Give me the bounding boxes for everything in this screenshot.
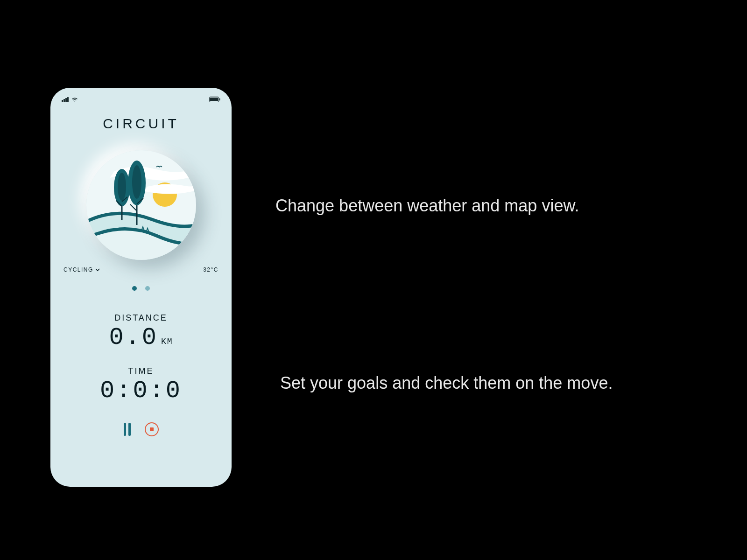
activity-select[interactable]: CYCLING	[63, 266, 100, 273]
distance-unit: KM	[161, 337, 173, 346]
svg-rect-1	[210, 98, 218, 101]
time-value: 0:0:0	[59, 377, 223, 405]
caption-goals: Set your goals and check them on the mov…	[280, 373, 613, 393]
svg-point-13	[132, 165, 141, 199]
time-label: TIME	[59, 366, 223, 376]
signal-icon	[62, 97, 69, 102]
temperature-readout: 32°C	[203, 266, 218, 273]
page-dot-active[interactable]	[132, 286, 137, 291]
status-left	[62, 97, 78, 102]
time-block: TIME 0:0:0	[59, 366, 223, 405]
distance-number: 0.0	[109, 324, 158, 351]
pause-button[interactable]	[124, 423, 131, 436]
hero-illustration-wrap	[59, 150, 223, 260]
stop-button[interactable]	[145, 422, 159, 436]
landscape-illustration	[86, 150, 196, 260]
svg-point-8	[118, 173, 126, 201]
status-bar	[59, 93, 223, 104]
chevron-down-icon	[95, 268, 100, 272]
distance-block: DISTANCE 0.0KM	[59, 313, 223, 351]
svg-rect-2	[219, 98, 220, 101]
activity-label: CYCLING	[63, 266, 93, 273]
stop-icon	[150, 427, 154, 431]
page-dot[interactable]	[145, 286, 150, 291]
meta-row: CYCLING 32°C	[59, 266, 223, 273]
phone-frame: CIRCUIT	[50, 88, 232, 487]
battery-icon	[209, 97, 220, 102]
playback-controls	[59, 422, 223, 436]
wifi-icon	[71, 97, 78, 102]
caption-weather-map: Change between weather and map view.	[275, 196, 579, 216]
pause-icon	[128, 423, 131, 436]
app-title: CIRCUIT	[59, 116, 223, 132]
distance-value: 0.0KM	[59, 324, 223, 351]
distance-label: DISTANCE	[59, 313, 223, 323]
page-indicator	[59, 286, 223, 291]
weather-map-view[interactable]	[86, 150, 196, 260]
pause-icon	[124, 423, 126, 436]
status-right	[209, 97, 220, 102]
